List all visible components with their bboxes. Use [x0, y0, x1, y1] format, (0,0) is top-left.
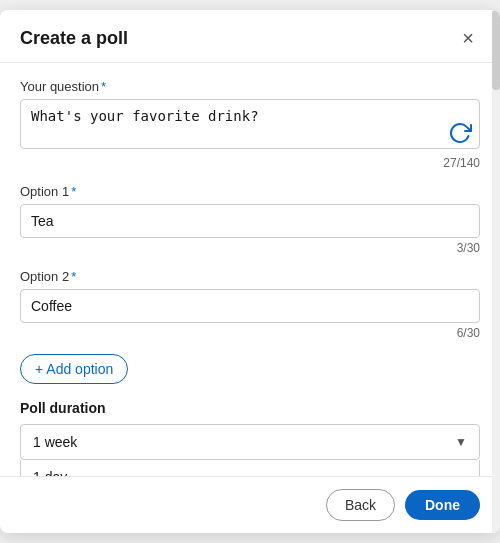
option1-field-group: Option 1* 3/30: [20, 184, 480, 255]
modal-body: Your question* What's your favorite drin…: [0, 63, 500, 476]
option2-input[interactable]: [20, 289, 480, 323]
done-button[interactable]: Done: [405, 490, 480, 520]
duration-selected-value: 1 week: [33, 434, 77, 450]
required-star: *: [101, 79, 106, 94]
scrollbar-track[interactable]: [492, 10, 500, 533]
option1-required-star: *: [71, 184, 76, 199]
back-button[interactable]: Back: [326, 489, 395, 521]
duration-select-wrapper: 1 week ▼ 1 day 3 days 1 week 2 weeks: [20, 424, 480, 460]
option2-label: Option 2*: [20, 269, 480, 284]
add-option-button[interactable]: + Add option: [20, 354, 128, 384]
option1-label: Option 1*: [20, 184, 480, 199]
dropdown-item-1day[interactable]: 1 day: [21, 460, 479, 476]
duration-select-display[interactable]: 1 week ▼: [20, 424, 480, 460]
option2-required-star: *: [71, 269, 76, 284]
duration-dropdown-menu: 1 day 3 days 1 week 2 weeks: [20, 460, 480, 476]
modal-title: Create a poll: [20, 28, 128, 49]
question-textarea-wrapper: What's your favorite drink?: [20, 99, 480, 153]
modal-header: Create a poll ×: [0, 10, 500, 63]
option2-field-group: Option 2* 6/30: [20, 269, 480, 340]
question-char-count: 27/140: [20, 156, 480, 170]
question-field-group: Your question* What's your favorite drin…: [20, 79, 480, 170]
question-label: Your question*: [20, 79, 480, 94]
refresh-icon[interactable]: [448, 121, 472, 145]
option2-char-count: 6/30: [20, 326, 480, 340]
modal-footer: Back Done: [0, 476, 500, 533]
chevron-down-icon: ▼: [455, 435, 467, 449]
question-input[interactable]: What's your favorite drink?: [20, 99, 480, 149]
option1-char-count: 3/30: [20, 241, 480, 255]
create-poll-modal: Create a poll × Your question* What's yo…: [0, 10, 500, 533]
poll-duration-label: Poll duration: [20, 400, 480, 416]
option1-input[interactable]: [20, 204, 480, 238]
close-button[interactable]: ×: [456, 26, 480, 50]
scrollbar-thumb[interactable]: [492, 10, 500, 90]
